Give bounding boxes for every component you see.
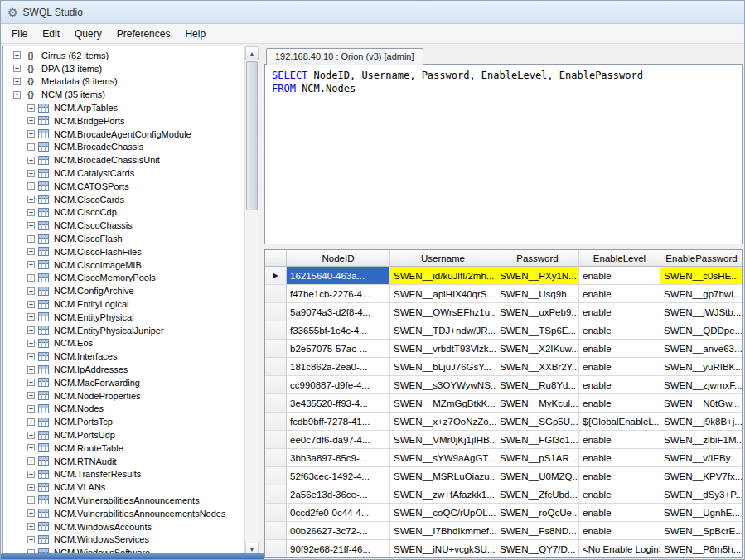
- tree-expander-icon[interactable]: +: [27, 418, 35, 426]
- grid-cell[interactable]: enable: [579, 467, 660, 485]
- row-header[interactable]: [265, 285, 287, 303]
- tree-expander-icon[interactable]: +: [27, 222, 35, 229]
- grid-cell[interactable]: 181c862a-2ea0-...: [287, 358, 390, 376]
- scrollbar-thumb[interactable]: [246, 61, 258, 210]
- grid-cell[interactable]: 16215640-463a...: [287, 267, 390, 285]
- tree-item[interactable]: +NCM.ArpTables: [3, 101, 259, 114]
- grid-cell[interactable]: SWEN__QDDpe...: [660, 321, 743, 340]
- tree-item[interactable]: +NCM.CiscoFlashFiles: [3, 245, 259, 258]
- tree-item[interactable]: +NCM.CiscoCards: [3, 193, 259, 206]
- tree-expander-icon[interactable]: +: [27, 326, 35, 334]
- tree-expander-icon[interactable]: +: [27, 444, 35, 451]
- tree-item[interactable]: +NCM.TransferResults: [3, 468, 259, 481]
- grid-cell[interactable]: ${GlobalEnableL...: [579, 413, 660, 431]
- grid-cell[interactable]: SWEN__zjwmxF...: [660, 376, 743, 394]
- tree-item[interactable]: +NCM.CATOSPorts: [3, 180, 259, 193]
- menu-query[interactable]: Query: [67, 26, 109, 42]
- grid-cell[interactable]: SWEN__c0sHE...: [660, 267, 743, 285]
- grid-cell[interactable]: SWEN__TSp6E...: [496, 321, 579, 340]
- grid-cell[interactable]: enable: [579, 376, 660, 394]
- grid-cell[interactable]: SWEN__anve63...: [660, 340, 743, 358]
- grid-cell[interactable]: SWEN__yuRIBK...: [660, 358, 743, 376]
- row-header[interactable]: [265, 504, 287, 522]
- grid-cell[interactable]: fcdb9bff-7278-41...: [287, 413, 390, 431]
- grid-cell[interactable]: enable: [579, 485, 660, 504]
- tree-item[interactable]: +NCM.BrocadeChassis: [3, 141, 259, 154]
- grid-cell[interactable]: SWEN__QY7/D...: [496, 540, 579, 558]
- column-header-enablepassword[interactable]: EnablePassword: [660, 250, 743, 267]
- grid-cell[interactable]: f33655bf-1c4c-4...: [287, 321, 390, 340]
- grid-cell[interactable]: SWEN__OWrsEFhz1u...: [390, 303, 496, 321]
- tree-item[interactable]: +NCM.RTNAudit: [3, 455, 259, 468]
- tree-item[interactable]: +NCM.Nodes: [3, 403, 259, 416]
- grid-cell[interactable]: SWEN__N0tGw...: [660, 394, 743, 413]
- tree-expander-icon[interactable]: +: [27, 235, 35, 243]
- query-editor[interactable]: SELECT NodeID, Username, Password, Enabl…: [264, 64, 743, 244]
- column-header-enablelevel[interactable]: EnableLevel: [579, 250, 660, 267]
- grid-cell[interactable]: SWEN__I7BhdIkmmef...: [390, 522, 496, 540]
- grid-cell[interactable]: f47be1cb-2276-4...: [287, 285, 390, 303]
- tree-expander-icon[interactable]: +: [27, 157, 35, 164]
- row-header[interactable]: [265, 376, 287, 394]
- tree-expander-icon[interactable]: +: [27, 130, 35, 138]
- menu-preferences[interactable]: Preferences: [109, 26, 178, 42]
- tree-expander-icon[interactable]: +: [27, 196, 35, 203]
- grid-cell[interactable]: SWEN__VMr0jKj1jIHB...: [390, 431, 496, 449]
- grid-cell[interactable]: enable: [579, 358, 660, 376]
- tree-expander-icon[interactable]: +: [27, 379, 35, 386]
- tree-item[interactable]: +NCM.BrocadeAgentConfigModule: [3, 128, 259, 141]
- grid-cell[interactable]: SWEN__zw+fAfazkk1...: [390, 485, 496, 504]
- tree-item[interactable]: +NCM.PortsUdp: [3, 428, 259, 442]
- grid-cell[interactable]: 52f63cec-1492-4...: [287, 467, 390, 485]
- tree-expander-icon[interactable]: +: [27, 432, 35, 439]
- tree-item[interactable]: +{ }Metadata (9 items): [3, 75, 259, 89]
- tree-item[interactable]: +NCM.WindowsServices: [3, 533, 259, 546]
- grid-cell[interactable]: 00b26627-3c72-...: [287, 522, 390, 540]
- tree-item[interactable]: +NCM.RouteTable: [3, 442, 259, 455]
- tree-item[interactable]: +NCM.VulnerabilitiesAnnouncements: [3, 494, 259, 507]
- tree-expander-icon[interactable]: +: [13, 65, 21, 72]
- connection-tab[interactable]: 192.168.40.10 : Orion (v3) [admin]: [266, 48, 423, 65]
- grid-cell[interactable]: enable: [579, 504, 660, 522]
- grid-cell[interactable]: SWEN__iNU+vcgkSU...: [390, 540, 496, 558]
- tree-expander-icon[interactable]: +: [27, 484, 35, 491]
- tree-item[interactable]: +NCM.CiscoImageMIB: [3, 258, 259, 272]
- grid-cell[interactable]: enable: [579, 522, 660, 540]
- tree-expander-icon[interactable]: +: [27, 117, 35, 124]
- tree-item[interactable]: +NCM.MacForwarding: [3, 376, 259, 389]
- row-header[interactable]: [265, 358, 287, 376]
- row-header[interactable]: [265, 340, 287, 358]
- grid-cell[interactable]: SWEN__SGp5U...: [496, 413, 579, 431]
- tree-item[interactable]: +NCM.BridgePorts: [3, 114, 259, 128]
- grid-cell[interactable]: <No Enable Login>: [579, 540, 660, 558]
- tree-expander-icon[interactable]: +: [27, 340, 35, 347]
- grid-cell[interactable]: SWEN__zlbiF1M...: [660, 431, 743, 449]
- grid-cell[interactable]: SWEN__TDJ+ndw/JR...: [390, 321, 496, 340]
- tree-item[interactable]: +NCM.IpAddresses: [3, 363, 259, 376]
- tree-expander-icon[interactable]: +: [27, 405, 35, 413]
- tree-expander-icon[interactable]: +: [27, 261, 35, 268]
- tree-expander-icon[interactable]: +: [27, 366, 35, 374]
- row-header[interactable]: [265, 467, 287, 485]
- title-bar[interactable]: ⚙ SWQL Studio: [1, 1, 744, 24]
- tree-expander-icon[interactable]: +: [13, 51, 21, 59]
- grid-cell[interactable]: SWEN__bLjuJ76GsY...: [390, 358, 496, 376]
- tree-item[interactable]: +{ }DPA (13 items): [3, 62, 259, 75]
- tree-item[interactable]: +NCM.Interfaces: [3, 350, 259, 363]
- tree-expander-icon[interactable]: +: [27, 353, 35, 360]
- tree-item[interactable]: +NCM.VulnerabilitiesAnnouncementsNodes: [3, 507, 259, 520]
- grid-cell[interactable]: 3bb3a897-85c9-...: [287, 449, 390, 467]
- column-header-username[interactable]: Username: [390, 250, 496, 267]
- row-header[interactable]: [265, 413, 287, 431]
- scroll-up-icon[interactable]: ▲: [245, 46, 259, 60]
- row-header[interactable]: [265, 321, 287, 340]
- grid-cell[interactable]: SWEN__jWJStb...: [660, 303, 743, 321]
- grid-cell[interactable]: 0ccd2fe0-0c44-4...: [287, 504, 390, 522]
- menu-file[interactable]: File: [4, 26, 35, 42]
- tree-expander-icon[interactable]: +: [27, 536, 35, 543]
- column-header-password[interactable]: Password: [496, 250, 579, 267]
- grid-cell[interactable]: enable: [579, 449, 660, 467]
- tree-expander-icon[interactable]: +: [27, 313, 35, 321]
- grid-cell[interactable]: SWEN__X2IKuw...: [496, 340, 579, 358]
- grid-cell[interactable]: SWEN__SpBcrE...: [660, 522, 743, 540]
